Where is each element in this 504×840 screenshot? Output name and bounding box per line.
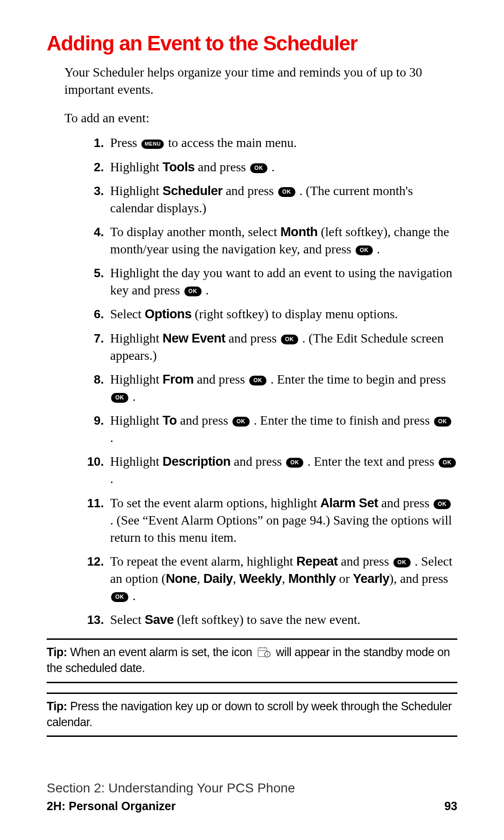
step-text: To display another month, select [110,224,280,239]
page-title: Adding an Event to the Scheduler [47,32,457,55]
step-text: To set the event alarm options, highligh… [110,496,320,510]
ok-button-icon: OK [184,287,202,296]
step-text: Highlight [110,413,162,427]
bold-term: Scheduler [162,183,222,198]
step-7: Highlight New Event and press OK . (The … [107,329,457,364]
step-text: . Enter the text and press [304,454,438,469]
step-text: (right softkey) to display menu options. [191,307,398,321]
step-8: Highlight From and press OK . Enter the … [107,371,457,405]
bold-term: None [166,571,197,586]
ok-button-icon: OK [111,393,128,403]
step-6: Select Options (right softkey) to displa… [107,305,457,322]
ok-button-icon: OK [281,335,298,344]
manual-page: Adding an Event to the Scheduler Your Sc… [0,0,504,840]
step-4: To display another month, select Month (… [107,223,457,258]
step-text: Highlight [110,454,162,469]
bold-term: Alarm Set [320,496,378,510]
step-text: to access the main menu. [165,135,297,150]
footer-row: 2H: Personal Organizer 93 [47,799,457,813]
page-body: Your Scheduler helps organize your time … [47,63,457,737]
step-text: and press [194,372,248,386]
page-footer: Section 2: Understanding Your PCS Phone … [47,781,457,813]
step-text: and press [231,454,285,469]
bold-term: Save [145,612,174,627]
step-1: Press MENU to access the main menu. [107,134,457,151]
tip-text: When an event alarm is set, the icon [67,645,255,658]
bold-term: Description [162,454,231,469]
lead-in: To add an event: [64,109,457,126]
step-text: . (See “Event Alarm Options” on page 94.… [110,513,452,545]
footer-chapter: 2H: Personal Organizer [47,799,175,813]
step-text: and press [195,160,249,174]
ok-button-icon: OK [356,245,373,255]
step-text: ), and press [389,571,448,586]
step-text: . [268,160,275,174]
step-text: , [233,571,239,586]
bold-term: Tools [162,160,195,174]
tip-label: Tip: [47,700,67,713]
tip-label: Tip: [47,645,67,658]
step-text: . [129,389,136,404]
menu-button-icon: MENU [141,140,164,149]
ok-button-icon: OK [278,187,295,197]
step-12: To repeat the event alarm, highlight Rep… [107,553,457,604]
bold-term: Weekly [239,571,282,586]
steps-list: Press MENU to access the main menu. High… [79,134,457,628]
step-text: , [282,571,288,586]
alarm-calendar-icon: ! [257,646,271,658]
step-text: and press [177,413,231,427]
step-text: . Enter the time to finish and press [251,413,433,427]
footer-section: Section 2: Understanding Your PCS Phone [47,781,457,796]
step-5: Highlight the day you want to add an eve… [107,264,457,299]
step-text: . [203,283,209,297]
step-text: , [197,571,203,586]
bold-term: Monthly [288,571,336,586]
step-11: To set the event alarm options, highligh… [107,494,457,546]
step-text: and press [223,183,277,198]
step-text: (left softkey) to save the new event. [174,612,360,627]
step-text: Select [110,307,145,321]
step-text: and press [225,331,280,345]
bold-term: Yearly [353,571,389,586]
step-13: Select Save (left softkey) to save the n… [107,611,457,628]
ok-button-icon: OK [439,458,456,468]
step-3: Highlight Scheduler and press OK . (The … [107,182,457,217]
step-text: or [336,571,353,586]
bold-term: Options [145,307,191,321]
step-text: . [110,471,113,486]
step-2: Highlight Tools and press OK . [107,158,457,175]
bold-term: New Event [162,331,225,345]
ok-button-icon: OK [434,499,451,509]
tip-box-1: Tip: When an event alarm is set, the ico… [47,638,457,683]
step-text: Highlight [110,183,162,198]
step-text: . [374,242,380,256]
step-text: . Enter the time to begin and press [267,372,446,386]
ok-button-icon: OK [249,376,266,385]
ok-button-icon: OK [232,417,250,427]
ok-button-icon: OK [434,417,451,427]
intro-paragraph: Your Scheduler helps organize your time … [64,63,457,98]
ok-button-icon: OK [111,592,128,602]
step-text: Highlight the day you want to add an eve… [110,266,452,297]
bold-term: Daily [203,571,233,586]
ok-button-icon: OK [286,458,303,468]
step-text: To repeat the event alarm, highlight [110,554,296,568]
step-text: Highlight [110,160,162,174]
step-text: Highlight [110,331,162,345]
page-number: 93 [444,799,457,813]
step-text: Press [110,135,140,150]
bold-term: Month [280,224,318,239]
bold-term: Repeat [296,554,338,568]
tip-box-2: Tip: Press the navigation key up or down… [47,693,457,737]
step-text: Highlight [110,372,162,386]
step-text: and press [338,554,392,568]
step-text: and press [378,496,433,510]
step-10: Highlight Description and press OK . Ent… [107,453,457,487]
step-9: Highlight To and press OK . Enter the ti… [107,412,457,446]
bold-term: From [162,372,194,386]
step-text: . [129,588,136,603]
step-text: . [110,430,113,445]
ok-button-icon: OK [393,558,411,567]
tip-text: Press the navigation key up or down to s… [47,700,452,728]
svg-text:!: ! [267,652,268,657]
